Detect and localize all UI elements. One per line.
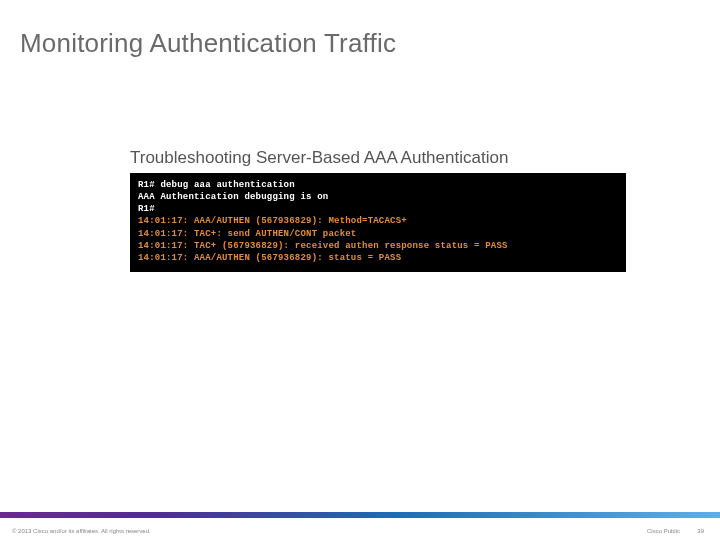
footer: © 2013 Cisco and/or its affiliates. All … (12, 522, 708, 534)
footer-page-number: 39 (697, 528, 704, 534)
footer-public: Cisco Public (647, 528, 680, 534)
slide: Monitoring Authentication Traffic Troubl… (0, 0, 720, 540)
terminal-line: 14:01:17: AAA/AUTHEN (567936829): Method… (138, 215, 618, 227)
terminal-line: R1# (138, 203, 618, 215)
terminal-line: 14:01:17: TAC+ (567936829): received aut… (138, 240, 618, 252)
terminal-line: R1# debug aaa authentication (138, 179, 618, 191)
slide-subtitle: Troubleshooting Server-Based AAA Authent… (130, 148, 508, 168)
slide-title: Monitoring Authentication Traffic (20, 28, 396, 59)
terminal-line: 14:01:17: TAC+: send AUTHEN/CONT packet (138, 228, 618, 240)
terminal-output: R1# debug aaa authentication AAA Authent… (130, 173, 626, 272)
accent-bar (0, 512, 720, 518)
terminal-line: 14:01:17: AAA/AUTHEN (567936829): status… (138, 252, 618, 264)
terminal-line: AAA Authentication debugging is on (138, 191, 618, 203)
subtitle-rest: Server-Based AAA Authentication (256, 148, 508, 167)
footer-copyright: © 2013 Cisco and/or its affiliates. All … (12, 528, 151, 534)
subtitle-thin: Troubleshooting (130, 148, 256, 167)
